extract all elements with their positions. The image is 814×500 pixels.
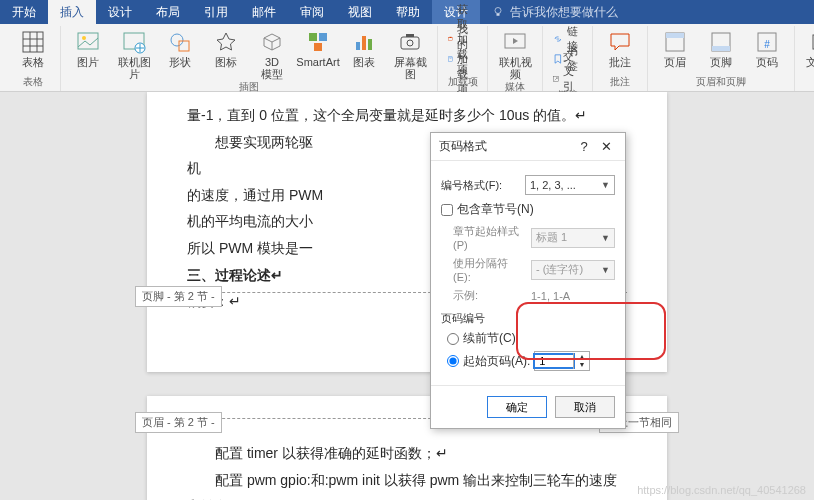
- text-line: 配置 timer 以获得准确的延时函数；↵: [187, 440, 627, 467]
- online-picture-button[interactable]: 联机图片: [113, 26, 155, 80]
- chart-button[interactable]: 图表: [343, 26, 385, 80]
- tab-view[interactable]: 视图: [336, 0, 384, 24]
- group-addins: 获取加载项 我的加载项 加载项: [438, 26, 488, 91]
- close-button[interactable]: ✕: [595, 139, 617, 154]
- textbox-button[interactable]: A文本框: [801, 26, 814, 80]
- svg-marker-26: [513, 38, 518, 44]
- tab-help[interactable]: 帮助: [384, 0, 432, 24]
- chart-icon: [352, 30, 376, 54]
- tab-review[interactable]: 审阅: [288, 0, 336, 24]
- dialog-title: 页码格式: [439, 138, 573, 155]
- addin-icon: [448, 52, 453, 66]
- spin-up-icon[interactable]: ▲: [574, 353, 589, 361]
- group-header-footer: 页眉 页脚 #页码 页眉和页脚: [648, 26, 795, 91]
- start-at-label: 起始页码(A):: [463, 353, 530, 370]
- svg-rect-17: [362, 36, 366, 50]
- start-at-radio[interactable]: [447, 355, 459, 367]
- screenshot-button[interactable]: 屏幕截图: [389, 26, 431, 80]
- my-addins-button[interactable]: 我的加载项: [444, 50, 481, 68]
- continue-radio[interactable]: [447, 333, 459, 345]
- include-chapter-label: 包含章节号(N): [457, 201, 534, 218]
- camera-icon: [398, 30, 422, 54]
- tab-home[interactable]: 开始: [0, 0, 48, 24]
- header-button[interactable]: 页眉: [654, 26, 696, 68]
- cancel-button[interactable]: 取消: [555, 396, 615, 418]
- chevron-down-icon: ▼: [601, 233, 610, 243]
- footer-button[interactable]: 页脚: [700, 26, 742, 68]
- svg-point-0: [495, 8, 501, 14]
- svg-rect-13: [309, 33, 317, 41]
- svg-rect-31: [712, 46, 730, 51]
- picture-button[interactable]: 图片: [67, 26, 109, 80]
- group-comments: 批注 批注: [593, 26, 648, 91]
- start-at-input[interactable]: [535, 355, 573, 367]
- bookmark-icon: [553, 52, 563, 66]
- tab-design[interactable]: 设计: [96, 0, 144, 24]
- crossref-button[interactable]: 交叉引用: [549, 70, 586, 88]
- chapter-style-select: 标题 1▼: [531, 228, 615, 248]
- page-numbering-group: 页码编号: [441, 311, 615, 326]
- page-number-button[interactable]: #页码: [746, 26, 788, 68]
- separator-label: 使用分隔符(E):: [453, 256, 525, 283]
- header-section-tag: 页眉 - 第 2 节 -: [135, 412, 222, 433]
- tab-insert[interactable]: 插入: [48, 0, 96, 24]
- example-label: 示例:: [453, 288, 525, 303]
- header-icon: [663, 30, 687, 54]
- comment-button[interactable]: 批注: [599, 26, 641, 68]
- link-icon: [553, 32, 563, 46]
- tab-mailings[interactable]: 邮件: [240, 0, 288, 24]
- svg-text:#: #: [764, 39, 770, 50]
- group-media: 联机视频 媒体: [488, 26, 543, 91]
- svg-rect-12: [179, 41, 189, 51]
- icons-button[interactable]: 图标: [205, 26, 247, 80]
- shapes-icon: [168, 30, 192, 54]
- tab-bar: 开始 插入 设计 布局 引用 邮件 审阅 视图 帮助 设计 告诉我你想要做什么: [0, 0, 814, 24]
- svg-rect-23: [449, 37, 451, 38]
- smartart-icon: [306, 30, 330, 54]
- tab-layout[interactable]: 布局: [144, 0, 192, 24]
- svg-rect-22: [448, 38, 452, 41]
- svg-point-20: [407, 40, 413, 46]
- icons-icon: [214, 30, 238, 54]
- svg-rect-2: [23, 32, 43, 52]
- document-area: 量-1，直到 0 位置，这个全局变量就是延时多少个 10us 的值。↵ 想要实现…: [0, 92, 814, 500]
- footer-section-tag: 页脚 - 第 2 节 -: [135, 286, 222, 307]
- include-chapter-checkbox[interactable]: [441, 204, 453, 216]
- comment-icon: [608, 30, 632, 54]
- svg-rect-15: [314, 43, 322, 51]
- start-at-spinner[interactable]: ▲▼: [534, 351, 590, 371]
- svg-rect-21: [406, 34, 414, 37]
- tell-me[interactable]: 告诉我你想要做什么: [480, 4, 630, 21]
- table-button[interactable]: 表格: [12, 26, 54, 68]
- footer-icon: [709, 30, 733, 54]
- spin-down-icon[interactable]: ▼: [574, 361, 589, 369]
- bulb-icon: [492, 6, 504, 18]
- store-icon: [448, 32, 453, 46]
- number-format-select[interactable]: 1, 2, 3, ...▼: [525, 175, 615, 195]
- example-value: 1-1, 1-A: [531, 290, 570, 302]
- help-button[interactable]: ?: [573, 139, 595, 154]
- ok-button[interactable]: 确定: [487, 396, 547, 418]
- video-icon: [503, 30, 527, 54]
- shapes-button[interactable]: 形状: [159, 26, 201, 80]
- crossref-icon: [553, 72, 559, 86]
- page-number-format-dialog: 页码格式 ? ✕ 编号格式(F): 1, 2, 3, ...▼ 包含章节号(N)…: [430, 132, 626, 429]
- svg-point-11: [171, 34, 183, 46]
- picture-icon: [76, 30, 100, 54]
- svg-rect-18: [368, 39, 372, 50]
- text-line: 量-1，直到 0 位置，这个全局变量就是延时多少个 10us 的值。↵: [187, 102, 627, 129]
- chapter-style-label: 章节起始样式(P): [453, 224, 525, 251]
- group-links: 链接 书签 交叉引用 链接: [543, 26, 593, 91]
- online-picture-icon: [122, 30, 146, 54]
- group-tables: 表格 表格: [6, 26, 61, 91]
- online-video-button[interactable]: 联机视频: [494, 26, 536, 80]
- tab-references[interactable]: 引用: [192, 0, 240, 24]
- watermark: https://blog.csdn.net/qq_40541268: [637, 484, 806, 496]
- svg-rect-14: [319, 33, 327, 41]
- svg-rect-16: [356, 42, 360, 50]
- 3d-model-button[interactable]: 3D 模型: [251, 26, 293, 80]
- group-illustrations: 图片 联机图片 形状 图标 3D 模型 SmartArt 图表 屏幕截图 插图: [61, 26, 438, 91]
- smartart-button[interactable]: SmartArt: [297, 26, 339, 80]
- separator-select: - (连字符)▼: [531, 260, 615, 280]
- svg-rect-1: [497, 14, 500, 16]
